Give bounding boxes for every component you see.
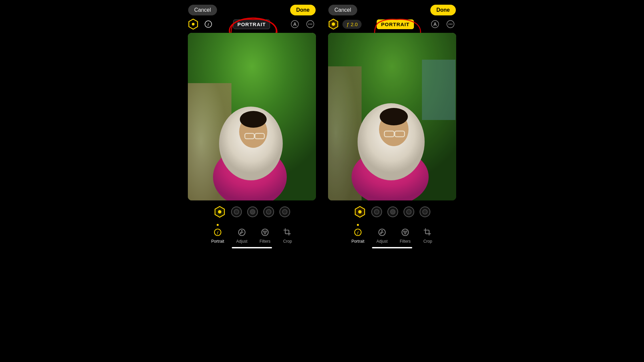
left-light-studio[interactable] bbox=[231, 206, 242, 217]
left-tool-portrait[interactable]: ƒ Portrait bbox=[211, 227, 224, 244]
svg-point-60 bbox=[403, 231, 406, 233]
left-portrait-badge[interactable]: PORTRAIT bbox=[233, 19, 270, 29]
right-controls-left: ƒ 2.0 bbox=[328, 18, 362, 30]
svg-point-58 bbox=[380, 233, 382, 234]
left-more-icon[interactable] bbox=[304, 18, 316, 30]
left-crop-icon bbox=[282, 227, 292, 237]
svg-point-61 bbox=[405, 231, 408, 233]
svg-point-1 bbox=[192, 23, 195, 25]
right-controls-right: A bbox=[429, 18, 457, 30]
svg-point-33 bbox=[332, 22, 335, 26]
left-auto-icon[interactable]: A bbox=[289, 18, 301, 30]
svg-point-37 bbox=[448, 24, 449, 25]
left-aperture-icon[interactable]: ƒ bbox=[202, 18, 214, 30]
left-lighting-dots bbox=[214, 206, 290, 218]
left-crop-label: Crop bbox=[283, 239, 292, 244]
left-cancel-button[interactable]: Cancel bbox=[188, 5, 217, 15]
right-light-stage-mono[interactable] bbox=[420, 206, 430, 217]
right-tool-filters[interactable]: Filters bbox=[400, 227, 411, 244]
left-portrait-label: Portrait bbox=[211, 239, 224, 244]
svg-point-52 bbox=[358, 210, 362, 214]
left-hexagon-icon[interactable] bbox=[187, 18, 199, 30]
svg-point-10 bbox=[311, 24, 312, 25]
right-light-natural[interactable] bbox=[354, 206, 366, 218]
svg-point-47 bbox=[380, 108, 408, 125]
right-top-actions: Cancel Done bbox=[325, 5, 459, 15]
left-light-stage[interactable] bbox=[263, 206, 274, 217]
right-adjust-label: Adjust bbox=[376, 239, 387, 244]
right-tool-adjust[interactable]: Adjust bbox=[376, 227, 387, 244]
left-done-button[interactable]: Done bbox=[290, 5, 316, 15]
svg-point-57 bbox=[381, 230, 383, 232]
svg-point-62 bbox=[404, 232, 407, 235]
right-lighting-dots bbox=[354, 206, 430, 218]
right-light-contour[interactable] bbox=[387, 206, 398, 217]
left-controls-row: ƒ PORTRAIT bbox=[185, 18, 319, 30]
left-light-stage-mono[interactable] bbox=[279, 206, 290, 217]
svg-point-31 bbox=[264, 232, 266, 235]
left-filters-icon bbox=[260, 227, 270, 237]
right-crop-label: Crop bbox=[423, 239, 432, 244]
right-bottom-toolbar: ƒ Portrait Adjust bbox=[352, 227, 433, 244]
svg-point-27 bbox=[240, 233, 241, 234]
right-portrait-badge[interactable]: PORTRAIT bbox=[377, 19, 414, 29]
right-done-button[interactable]: Done bbox=[430, 5, 456, 15]
svg-point-38 bbox=[450, 24, 451, 25]
left-controls-left: ƒ bbox=[187, 18, 214, 30]
left-controls-right: A bbox=[289, 18, 316, 30]
right-more-icon[interactable] bbox=[444, 18, 457, 30]
right-hexagon-icon[interactable] bbox=[328, 18, 339, 30]
left-home-indicator bbox=[232, 247, 272, 248]
svg-point-29 bbox=[263, 231, 265, 233]
right-photo bbox=[328, 33, 456, 200]
left-photo bbox=[188, 33, 316, 200]
right-light-studio[interactable] bbox=[371, 206, 382, 217]
left-tool-crop[interactable]: Crop bbox=[282, 227, 292, 244]
left-portrait-dot bbox=[217, 224, 219, 226]
right-adjust-icon bbox=[377, 227, 387, 237]
right-tool-portrait[interactable]: ƒ Portrait bbox=[352, 227, 365, 244]
right-crop-icon bbox=[423, 227, 433, 237]
left-tool-adjust[interactable]: Adjust bbox=[236, 227, 247, 244]
left-adjust-icon bbox=[237, 227, 247, 237]
left-filters-label: Filters bbox=[260, 239, 271, 244]
right-controls-row: ƒ 2.0 PORTRAIT A bbox=[325, 18, 459, 30]
right-cancel-button[interactable]: Cancel bbox=[328, 5, 357, 15]
app-screen: Cancel Done bbox=[0, 0, 644, 362]
svg-point-39 bbox=[451, 24, 452, 25]
left-adjust-label: Adjust bbox=[236, 239, 247, 244]
right-light-stage[interactable] bbox=[404, 206, 414, 217]
right-phone-ui: Cancel Done ƒ 2.0 bbox=[325, 5, 459, 248]
svg-point-21 bbox=[218, 210, 221, 214]
svg-text:A: A bbox=[433, 21, 437, 27]
right-person bbox=[328, 33, 456, 200]
svg-text:ƒ: ƒ bbox=[217, 230, 219, 235]
right-tool-crop[interactable]: Crop bbox=[423, 227, 433, 244]
right-filters-icon bbox=[400, 227, 410, 237]
svg-point-8 bbox=[308, 24, 309, 25]
right-portrait-dot bbox=[357, 224, 359, 226]
svg-text:A: A bbox=[293, 21, 297, 27]
svg-point-26 bbox=[241, 230, 243, 232]
svg-text:ƒ: ƒ bbox=[207, 22, 209, 27]
right-portrait-container: PORTRAIT bbox=[377, 19, 414, 29]
left-top-actions: Cancel Done bbox=[185, 5, 319, 15]
left-person bbox=[188, 33, 316, 200]
right-aperture-button[interactable]: ƒ 2.0 bbox=[342, 20, 362, 29]
left-tool-filters[interactable]: Filters bbox=[260, 227, 271, 244]
left-light-contour[interactable] bbox=[247, 206, 258, 217]
svg-point-16 bbox=[240, 111, 267, 128]
svg-point-30 bbox=[265, 231, 267, 233]
left-portrait-container: PORTRAIT bbox=[233, 19, 270, 29]
right-auto-icon[interactable]: A bbox=[429, 18, 441, 30]
right-portrait-label: Portrait bbox=[352, 239, 365, 244]
right-home-indicator bbox=[372, 247, 412, 248]
left-bottom-toolbar: ƒ Portrait Adjust bbox=[211, 227, 293, 244]
svg-text:ƒ: ƒ bbox=[357, 230, 359, 235]
svg-point-9 bbox=[310, 24, 311, 25]
left-phone-ui: Cancel Done bbox=[185, 5, 319, 248]
left-portrait-tool-icon: ƒ bbox=[213, 227, 223, 237]
left-light-natural[interactable] bbox=[214, 206, 226, 218]
right-portrait-tool-icon: ƒ bbox=[353, 227, 363, 237]
right-filters-label: Filters bbox=[400, 239, 411, 244]
